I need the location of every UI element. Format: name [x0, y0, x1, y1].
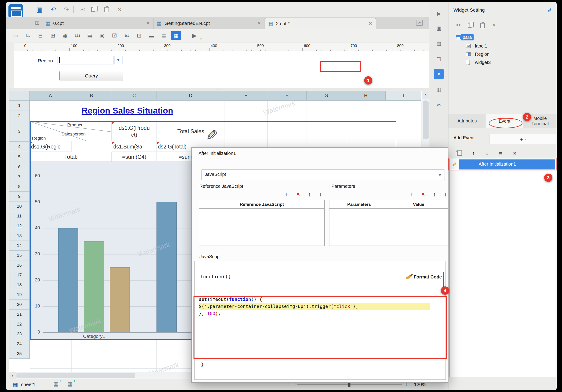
column-header-c[interactable]: C — [112, 91, 156, 101]
template-info-icon[interactable]: ▤ — [434, 38, 444, 48]
tab-2-cpt-[interactable]: ▦2.cpt *× — [265, 18, 376, 29]
copy-event-icon[interactable] — [454, 150, 463, 158]
scroll-up-icon[interactable]: ∧ — [422, 91, 429, 99]
cell-diagonal-header[interactable]: Product Salesperson Region — [30, 121, 112, 141]
parameters-table[interactable]: Parameters Value — [329, 200, 448, 246]
radio-group-widget-icon[interactable]: ◉ — [97, 31, 107, 40]
pane-splitter[interactable]: ⋯ — [9, 88, 429, 91]
row-header-15[interactable]: 15 — [9, 251, 30, 260]
undo-icon[interactable]: ↶ — [48, 5, 59, 14]
row-header-16[interactable]: 16 — [9, 260, 30, 270]
date-widget-icon[interactable]: ▦ — [60, 31, 70, 40]
row-header-13[interactable]: 13 — [9, 231, 30, 241]
password-widget-icon[interactable]: ⊡ — [134, 31, 144, 40]
multi-file-widget-icon[interactable]: ≣ — [159, 31, 169, 40]
param-move-up-icon[interactable]: ↑ — [430, 191, 439, 198]
combo-box-widget-icon[interactable]: ⊟ — [35, 31, 46, 40]
float-window-icon[interactable]: ↗ — [416, 20, 423, 26]
widget-delete-icon[interactable]: × — [490, 21, 499, 29]
row-header-24[interactable]: 24 — [9, 339, 30, 349]
row-header-19[interactable]: 19 — [9, 290, 30, 300]
row-header-3[interactable]: 3 — [9, 121, 30, 142]
column-header-e[interactable]: E — [225, 91, 267, 101]
widget-settings-icon[interactable]: ▼ — [434, 69, 444, 79]
cut-icon[interactable]: ✂ — [77, 5, 87, 14]
row-header-2[interactable]: 2 — [9, 111, 30, 121]
delete-event-icon[interactable]: × — [510, 150, 519, 158]
column-header-h[interactable]: H — [346, 91, 386, 101]
column-header-d[interactable]: D — [156, 91, 225, 101]
button-widget-icon[interactable]: ▬ — [146, 31, 156, 40]
sheet-tab-label[interactable]: sheet1 — [21, 382, 35, 387]
component-library-icon[interactable]: ▣ — [434, 23, 444, 33]
tab-gettingstarteden-cpt[interactable]: ▦GettingStartedEN.cpt× — [153, 18, 265, 29]
widget-copy-icon[interactable] — [466, 21, 475, 29]
row-header-21[interactable]: 21 — [9, 310, 30, 319]
horizontal-scroll-thumb[interactable] — [16, 373, 135, 378]
column-header-a[interactable]: A — [30, 91, 71, 101]
column-header-f[interactable]: F — [267, 91, 307, 101]
reference-table[interactable]: Reference JavaScript — [199, 200, 325, 246]
row-header-9[interactable]: 9 — [9, 192, 30, 201]
param-move-down-icon[interactable]: ↓ — [441, 191, 450, 198]
format-code-button[interactable]: Format Code — [406, 274, 442, 280]
row-header-20[interactable]: 20 — [9, 300, 30, 310]
query-button[interactable]: Query — [59, 71, 123, 81]
checkbox-group-widget-icon[interactable]: ☑ — [109, 31, 119, 40]
row-header-7[interactable]: 7 — [9, 172, 30, 182]
row-header-12[interactable]: 12 — [9, 221, 30, 231]
region-dropdown-button[interactable]: ▾ — [114, 56, 122, 64]
pagination-preview-icon[interactable]: ▶▸ — [189, 31, 199, 40]
vertical-scroll-thumb[interactable] — [423, 101, 429, 139]
column-header-b[interactable]: B — [71, 91, 112, 101]
row-header-6[interactable]: 6 — [9, 162, 30, 172]
row-header-8[interactable]: 8 — [9, 182, 30, 192]
ref-move-up-icon[interactable]: ↑ — [305, 191, 314, 198]
close-tab-icon[interactable]: × — [369, 20, 372, 27]
collapse-panel-icon[interactable]: ▶ — [434, 9, 444, 19]
hyperlink-icon[interactable]: ∞ — [434, 100, 444, 110]
tree-item-label1[interactable]: lablabel1 — [448, 43, 556, 50]
widget-cut-icon[interactable]: ✂ — [454, 21, 463, 29]
cell-c3[interactable]: ds1.G(Product) — [112, 121, 156, 141]
redo-icon[interactable]: ↷ — [61, 5, 71, 14]
crop-region-icon[interactable]: ▢ — [434, 54, 444, 64]
cell-a4[interactable]: ds1.G(Regio — [30, 142, 71, 151]
cell-a5-total[interactable]: Total: — [30, 152, 112, 162]
row-header-22[interactable]: 22 — [9, 319, 30, 329]
select-all-corner[interactable] — [9, 91, 30, 101]
param-add-icon[interactable]: + — [407, 191, 415, 198]
cell-report-title[interactable]: Region Sales Situation — [30, 101, 225, 121]
tab-attributes[interactable]: Attributes — [448, 114, 486, 128]
param-delete-icon[interactable]: × — [419, 191, 427, 198]
row-header-18[interactable]: 18 — [9, 280, 30, 290]
cell-c5-formula[interactable]: =sum(C4) — [112, 152, 156, 162]
copy-icon[interactable] — [90, 5, 100, 14]
row-header-23[interactable]: 23 — [9, 329, 30, 339]
ref-move-down-icon[interactable]: ↓ — [316, 191, 325, 198]
row-header-17[interactable]: 17 — [9, 270, 30, 280]
row-header-14[interactable]: 14 — [9, 241, 30, 251]
row-header-11[interactable]: 11 — [9, 211, 30, 221]
add-event-button[interactable]: + ▾ — [490, 134, 556, 144]
tab-0-cpt[interactable]: ▦0.cpt× — [42, 18, 153, 29]
tree-item-para[interactable]: para — [448, 34, 556, 42]
block-style-icon[interactable]: ▥ — [434, 84, 444, 94]
row-header-4[interactable]: 4 — [9, 142, 30, 152]
combo-check-widget-icon[interactable]: ⊞ — [48, 31, 58, 40]
language-select[interactable]: JavaScript ∨ — [201, 170, 445, 180]
row-header-5[interactable]: 5 — [9, 152, 30, 162]
close-tab-icon[interactable]: × — [258, 20, 261, 27]
label-widget-icon[interactable]: lab — [23, 31, 33, 40]
move-down-icon[interactable]: ↓ — [482, 150, 492, 158]
tree-item-widget3[interactable]: widget3 — [448, 59, 556, 67]
cell-c4[interactable]: ds1.Sum(Sa — [112, 142, 156, 151]
column-header-g[interactable]: G — [307, 91, 346, 101]
textarea-widget-icon[interactable]: ▤ — [85, 31, 95, 40]
move-up-icon[interactable]: ↑ — [469, 150, 478, 158]
report-block-icon[interactable]: ▭ — [11, 31, 21, 40]
close-tab-icon[interactable]: × — [146, 20, 150, 27]
row-header-10[interactable]: 10 — [9, 201, 30, 211]
new-aggregate-sheet-icon[interactable]: ▦+ — [67, 381, 74, 388]
text-widget-icon[interactable]: txt — [122, 31, 132, 40]
